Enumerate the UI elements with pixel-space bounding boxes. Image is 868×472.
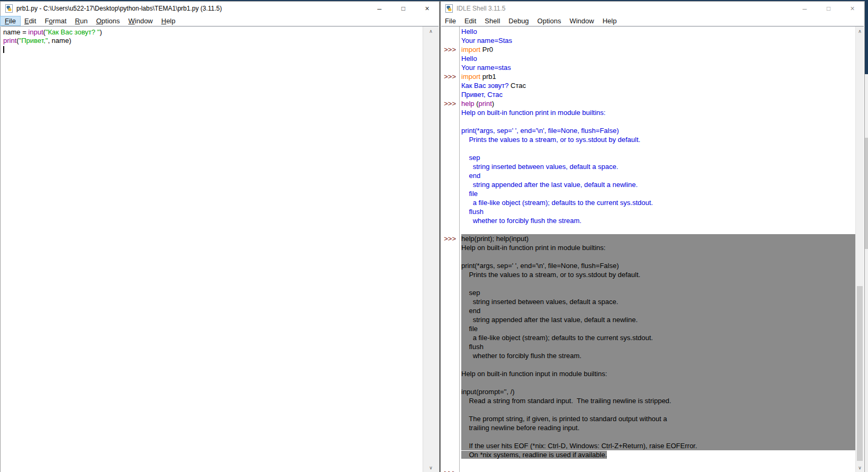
- text-segment: Hello: [461, 28, 477, 35]
- text-segment: Prints the values to a stream, or to sys…: [461, 271, 640, 279]
- menu-item-help[interactable]: Help: [157, 16, 180, 25]
- shell-line: [441, 225, 855, 234]
- shell-prompt: [441, 54, 457, 63]
- scroll-down-icon[interactable]: ∨: [856, 463, 864, 472]
- scroll-down-icon[interactable]: ∨: [423, 463, 439, 472]
- shell-prompt: [441, 450, 457, 459]
- maximize-button[interactable]: □: [817, 2, 840, 15]
- shell-prompt: [441, 423, 457, 432]
- text-segment: import: [461, 73, 480, 81]
- menu-item-format[interactable]: Format: [40, 16, 70, 25]
- shell-line: >>>help (print): [441, 99, 855, 108]
- shell-line-text: Help on built-in function print in modul…: [461, 243, 855, 252]
- shell-vertical-scrollbar[interactable]: ∧ ∨: [855, 26, 864, 472]
- scroll-up-icon[interactable]: ∧: [423, 26, 439, 35]
- shell-line: input(prompt='', /): [441, 387, 855, 396]
- shell-line: [441, 117, 855, 126]
- shell-line-text: [461, 144, 855, 153]
- minimize-button[interactable]: –: [793, 2, 817, 15]
- text-segment: Your name=Stas: [461, 37, 512, 44]
- shell-menubar: FileEditShellDebugOptionsWindowHelp: [441, 15, 864, 26]
- shell-line: The prompt string, if given, is printed …: [441, 414, 855, 423]
- menu-item-run[interactable]: Run: [71, 16, 92, 25]
- text-segment: ): [100, 28, 102, 36]
- shell-line-text: Help on built-in function print in modul…: [461, 108, 855, 117]
- shell-line: flush: [441, 342, 855, 351]
- close-button[interactable]: ×: [840, 2, 864, 15]
- shell-line: Help on built-in function print in modul…: [441, 108, 855, 117]
- shell-prompt: [441, 360, 457, 369]
- shell-prompt: [441, 459, 457, 468]
- shell-line: string appended after the last value, de…: [441, 180, 855, 189]
- close-button[interactable]: ×: [415, 2, 439, 15]
- menu-item-debug[interactable]: Debug: [504, 16, 533, 25]
- editor-window: prb1.py - C:\Users\u522-17\Desktop\pytho…: [0, 1, 440, 472]
- shell-prompt: [441, 306, 457, 315]
- shell-prompt: [441, 162, 457, 171]
- shell-line-text: string appended after the last value, de…: [461, 180, 855, 189]
- editor-vertical-scrollbar[interactable]: ∧ ∨: [423, 26, 439, 472]
- editor-menubar: FileEditFormatRunOptionsWindowHelp: [1, 15, 439, 26]
- shell-prompt: [441, 243, 457, 252]
- menu-item-edit[interactable]: Edit: [20, 16, 40, 25]
- menu-item-file[interactable]: File: [1, 16, 20, 25]
- text-segment: print: [479, 100, 492, 108]
- shell-prompt: [441, 297, 457, 306]
- shell-line-text: Привет, Стас: [461, 90, 855, 99]
- shell-line: Your name=Stas: [441, 36, 855, 45]
- shell-prompt: [441, 36, 457, 45]
- shell-line-text: string appended after the last value, de…: [461, 315, 855, 324]
- shell-line: Как Вас зовут? Стас: [441, 81, 855, 90]
- menu-item-edit[interactable]: Edit: [460, 16, 480, 25]
- shell-line: [441, 405, 855, 414]
- scrollbar-thumb[interactable]: [857, 286, 863, 461]
- text-segment: trailing newline before reading input.: [461, 424, 579, 432]
- shell-prompt: [441, 144, 457, 153]
- text-segment: string inserted between values, default …: [461, 163, 618, 171]
- shell-output-area[interactable]: HelloYour name=Stas>>>import Pr0HelloYou…: [441, 26, 855, 472]
- menu-item-shell[interactable]: Shell: [480, 16, 504, 25]
- shell-prompt: [441, 378, 457, 387]
- shell-line: end: [441, 306, 855, 315]
- menu-item-options[interactable]: Options: [533, 16, 566, 25]
- shell-prompt: [441, 216, 457, 225]
- editor-code-area[interactable]: name = input("Как Вас зовут? ")print("Пр…: [1, 26, 422, 472]
- text-segment: whether to forcibly flush the stream.: [461, 217, 581, 225]
- menu-item-options[interactable]: Options: [92, 16, 124, 25]
- maximize-button[interactable]: □: [391, 2, 415, 15]
- shell-prompt: [441, 441, 457, 450]
- shell-line: Prints the values to a stream, or to sys…: [441, 270, 855, 279]
- shell-line: Read a string from standard input. The t…: [441, 396, 855, 405]
- shell-line-text: a file-like object (stream); defaults to…: [461, 333, 855, 342]
- shell-line-text: [461, 405, 855, 414]
- shell-line: a file-like object (stream); defaults to…: [441, 198, 855, 207]
- shell-prompt: [441, 387, 457, 396]
- shell-line: >>>import prb1: [441, 72, 855, 81]
- shell-line: whether to forcibly flush the stream.: [441, 216, 855, 225]
- shell-line-text: Read a string from standard input. The t…: [461, 396, 855, 405]
- text-segment: sep: [461, 289, 480, 297]
- shell-line: print(*args, sep=' ', end='\n', file=Non…: [441, 126, 855, 135]
- menu-item-window[interactable]: Window: [565, 16, 598, 25]
- shell-prompt: [441, 198, 457, 207]
- text-segment: flush: [461, 208, 484, 216]
- text-cursor: [3, 46, 4, 53]
- editor-titlebar: prb1.py - C:\Users\u522-17\Desktop\pytho…: [1, 2, 439, 15]
- editor-title: prb1.py - C:\Users\u522-17\Desktop\pytho…: [16, 5, 222, 12]
- menu-item-file[interactable]: File: [441, 16, 460, 25]
- menu-item-window[interactable]: Window: [124, 16, 157, 25]
- text-segment: Привет, Стас: [461, 91, 503, 99]
- scroll-up-icon[interactable]: ∧: [856, 26, 864, 35]
- shell-line-text: flush: [461, 342, 855, 351]
- shell-line: [441, 144, 855, 153]
- shell-line: Hello: [441, 54, 855, 63]
- shell-prompt: [441, 135, 457, 144]
- shell-prompt: [441, 207, 457, 216]
- minimize-button[interactable]: –: [368, 2, 391, 15]
- background-scrollbar-thumb-sliver: [865, 138, 868, 249]
- shell-line: file: [441, 189, 855, 198]
- text-segment: Как Вас зовут?: [461, 82, 511, 90]
- shell-prompt: [441, 189, 457, 198]
- menu-item-help[interactable]: Help: [598, 16, 621, 25]
- shell-line-text: [461, 468, 855, 472]
